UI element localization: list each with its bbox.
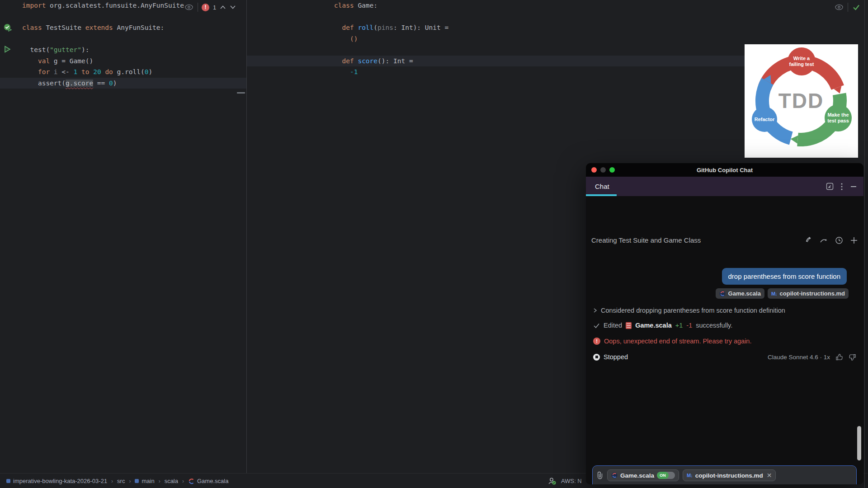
breadcrumb-scala[interactable]: scala: [165, 478, 178, 484]
no-problems-check-icon[interactable]: [852, 3, 861, 12]
left-editor-inspection-widget: ! 1: [184, 3, 236, 12]
breadcrumb: imperative-bowling-kata-2026-03-21 › src…: [6, 478, 228, 484]
right-editor-code[interactable]: class Game: def roll(pins: Int): Unit = …: [334, 0, 448, 78]
scrollbar-position-marker[interactable]: [237, 92, 245, 94]
error-badge-icon[interactable]: !: [202, 4, 209, 11]
chat-tabstrip: Chat: [586, 177, 863, 196]
traffic-lights: [591, 167, 615, 173]
response-meta: Claude Sonnet 4.6 · 1x: [768, 353, 856, 361]
breadcrumb-separator: ›: [182, 478, 184, 484]
left-editor-code[interactable]: import org.scalatest.funsuite.AnyFunSuit…: [22, 0, 184, 89]
chat-body: Creating Test Suite and Game Class: [586, 196, 863, 484]
message-attachments: Game.scala M↓ copilot-instructions.md: [716, 288, 849, 299]
stop-icon: [593, 354, 600, 361]
paperclip-icon[interactable]: [596, 471, 604, 479]
hide-panel-minus-icon[interactable]: [850, 183, 857, 190]
tdd-green-arrow: [791, 136, 798, 144]
error-count[interactable]: 1: [213, 4, 216, 11]
chat-scrollbar-thumb[interactable]: [857, 426, 861, 460]
macos-titlebar[interactable]: GitHub Copilot Chat: [586, 163, 863, 177]
thumbs-down-icon[interactable]: [849, 353, 856, 361]
reader-mode-eye-icon[interactable]: [184, 3, 194, 12]
chevron-right-icon[interactable]: [593, 308, 597, 313]
attachment-chip-copilot-instructions[interactable]: M↓ copilot-instructions.md: [768, 288, 849, 299]
input-chip-copilot-instructions[interactable]: M↓ copilot-instructions.md ✕: [683, 469, 776, 481]
thinking-summary-row[interactable]: Considered dropping parentheses from sco…: [593, 307, 785, 314]
dock-window-icon[interactable]: [826, 183, 834, 190]
editor-split-divider[interactable]: [246, 0, 247, 473]
scala-file-icon: [719, 291, 726, 297]
current-line-highlight-right: [247, 56, 745, 67]
check-icon: [593, 323, 600, 328]
scala-document-icon: [626, 322, 632, 329]
editor-scrollbar-track[interactable]: [864, 0, 865, 488]
edit-pen-icon[interactable]: [804, 236, 812, 244]
edited-file-row: Edited Game.scala +1 -1 successfully.: [593, 322, 732, 329]
widget-divider: [198, 3, 198, 12]
project-folder-icon: [6, 479, 10, 483]
copilot-status-icon[interactable]: [547, 477, 557, 486]
window-title: GitHub Copilot Chat: [697, 167, 753, 174]
breadcrumb-project[interactable]: imperative-bowling-kata-2026-03-21: [6, 478, 107, 484]
tdd-step1-label-l2: failing test: [789, 61, 814, 67]
zoom-window-button[interactable]: [609, 167, 615, 173]
tdd-step3-label: Refactor: [755, 117, 775, 122]
source-folder-icon: [135, 479, 139, 483]
breadcrumb-file[interactable]: Game.scala: [188, 478, 228, 484]
scala-file-icon: [188, 478, 194, 484]
attachment-chip-game-scala[interactable]: Game.scala: [716, 288, 764, 299]
breadcrumb-main[interactable]: main: [135, 478, 154, 484]
breadcrumb-separator: ›: [159, 478, 160, 484]
ide-screen: import org.scalatest.funsuite.AnyFunSuit…: [0, 0, 868, 488]
test-passed-icon[interactable]: [3, 23, 12, 32]
tdd-center-label: TDD: [778, 89, 824, 113]
chat-input-box[interactable]: Game.scala ON M↓ copilot-instructions.md…: [592, 465, 857, 484]
breadcrumb-separator: ›: [111, 478, 113, 484]
lines-added: +1: [675, 322, 683, 329]
input-chip-game-scala[interactable]: Game.scala ON: [607, 469, 679, 481]
edited-file-name[interactable]: Game.scala: [635, 322, 672, 329]
minimize-window-button[interactable]: [600, 167, 606, 173]
tab-chat[interactable]: Chat: [595, 183, 609, 190]
more-options-kebab-icon[interactable]: [841, 183, 843, 190]
tdd-step2-label-l2: test pass: [827, 118, 849, 123]
lines-removed: -1: [686, 322, 692, 329]
model-info: Claude Sonnet 4.6 · 1x: [768, 354, 830, 361]
remove-attachment-icon[interactable]: ✕: [767, 472, 772, 479]
run-test-icon[interactable]: [3, 45, 11, 53]
close-window-button[interactable]: [591, 167, 597, 173]
breadcrumb-src[interactable]: src: [117, 478, 125, 484]
thread-title: Creating Test Suite and Game Class: [591, 236, 701, 244]
error-icon: !: [593, 338, 600, 345]
aws-status-text[interactable]: AWS: N: [561, 478, 582, 484]
scala-file-icon: [611, 472, 618, 479]
markdown-file-icon: M↓: [771, 291, 777, 296]
tdd-cycle-image: Write a failing test Make the test pass …: [745, 44, 858, 158]
user-message-bubble: drop parentheses from score function: [722, 268, 847, 285]
history-clock-icon[interactable]: [835, 236, 843, 244]
tdd-step1-label-l1: Write a: [793, 56, 810, 61]
stopped-label: Stopped: [604, 353, 628, 361]
input-attachments-row: Game.scala ON M↓ copilot-instructions.md…: [596, 469, 776, 481]
thumbs-up-icon[interactable]: [835, 353, 843, 361]
next-error-chevron-icon[interactable]: [230, 5, 236, 9]
prev-error-chevron-icon[interactable]: [220, 5, 226, 9]
right-editor-inspection-widget: [834, 3, 861, 12]
markdown-file-icon: M↓: [687, 473, 693, 478]
tdd-step2-label-l1: Make the: [827, 112, 849, 117]
reader-mode-eye-icon[interactable]: [834, 3, 844, 12]
copilot-chat-window: GitHub Copilot Chat Chat C: [586, 163, 863, 484]
redo-arrow-icon[interactable]: [819, 237, 828, 244]
new-chat-plus-icon[interactable]: [850, 236, 858, 244]
status-bar-right: AWS: N: [547, 477, 582, 486]
widget-divider: [848, 3, 848, 12]
attachment-on-toggle[interactable]: ON: [657, 472, 675, 479]
stopped-status-row: Stopped: [593, 353, 628, 361]
breadcrumb-separator: ›: [129, 478, 131, 484]
stream-error-row: ! Oops, unexpected end of stream. Please…: [593, 338, 751, 345]
